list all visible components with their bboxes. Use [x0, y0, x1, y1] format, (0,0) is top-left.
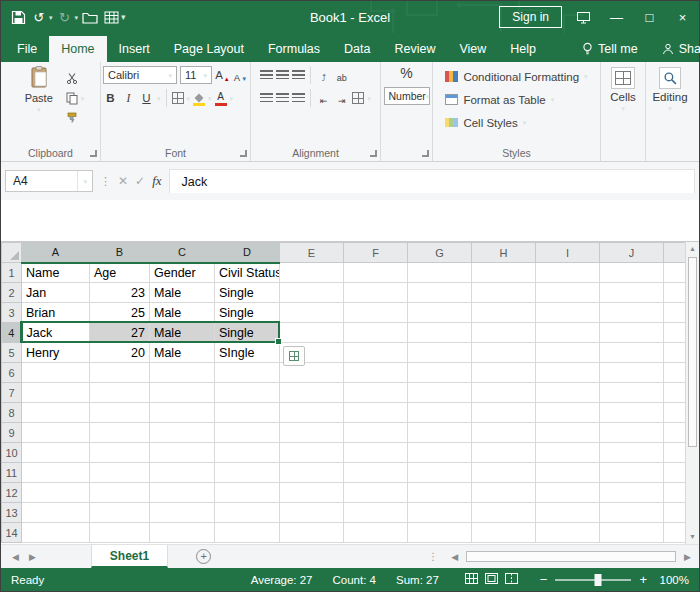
- row-header-8[interactable]: 8: [2, 403, 22, 423]
- copy-button[interactable]: ▾: [66, 91, 85, 105]
- sheet-tab-sheet1[interactable]: Sheet1: [91, 545, 168, 568]
- cell-I14[interactable]: [536, 523, 600, 543]
- cell-D6[interactable]: [215, 363, 280, 383]
- enter-icon[interactable]: ✓: [135, 174, 145, 188]
- formula-bar-expanded-area[interactable]: [1, 200, 699, 242]
- number-format-select[interactable]: Number▾: [384, 87, 430, 105]
- cell-E14[interactable]: [280, 523, 344, 543]
- row-header-14[interactable]: 14: [2, 523, 22, 543]
- cell-C4[interactable]: Male: [150, 323, 215, 343]
- paste-button[interactable]: Paste ▾: [17, 66, 61, 144]
- cell-H8[interactable]: [472, 403, 536, 423]
- tab-review[interactable]: Review: [382, 36, 447, 62]
- cell-H13[interactable]: [472, 503, 536, 523]
- cell-I1[interactable]: [536, 263, 600, 283]
- alignment-dialog-launcher-icon[interactable]: [370, 150, 377, 157]
- align-center-icon[interactable]: [276, 93, 289, 103]
- cell-B12[interactable]: [90, 483, 150, 503]
- maximize-button[interactable]: □: [633, 1, 666, 33]
- row-header-2[interactable]: 2: [2, 283, 22, 303]
- conditional-formatting-button[interactable]: Conditional Formatting ▾: [441, 66, 591, 87]
- cell-H7[interactable]: [472, 383, 536, 403]
- cell-F14[interactable]: [344, 523, 408, 543]
- cell-I7[interactable]: [536, 383, 600, 403]
- cell-J1[interactable]: [600, 263, 664, 283]
- cell-A8[interactable]: [22, 403, 90, 423]
- undo-button[interactable]: ↺: [30, 7, 48, 27]
- cell-G2[interactable]: [408, 283, 472, 303]
- cancel-icon[interactable]: ✕: [118, 174, 128, 188]
- cell-C10[interactable]: [150, 443, 215, 463]
- cell-E3[interactable]: [280, 303, 344, 323]
- cell-D14[interactable]: [215, 523, 280, 543]
- name-box[interactable]: A4 ▾: [5, 170, 93, 192]
- row-header-1[interactable]: 1: [2, 263, 22, 283]
- cell-J3[interactable]: [600, 303, 664, 323]
- merge-center-icon[interactable]: [352, 92, 364, 104]
- fill-color-button[interactable]: [193, 90, 205, 106]
- cell-J4[interactable]: [600, 323, 664, 343]
- cell-D13[interactable]: [215, 503, 280, 523]
- cell-J5[interactable]: [600, 343, 664, 363]
- cell-C8[interactable]: [150, 403, 215, 423]
- cell-H2[interactable]: [472, 283, 536, 303]
- share-button[interactable]: Share: [650, 36, 700, 62]
- qat-customize-button[interactable]: ▾: [121, 13, 126, 22]
- cell-D4[interactable]: Single: [215, 323, 280, 343]
- cell-D7[interactable]: [215, 383, 280, 403]
- quick-analysis-button[interactable]: [283, 346, 305, 366]
- cell-J2[interactable]: [600, 283, 664, 303]
- cell-C2[interactable]: Male: [150, 283, 215, 303]
- orientation-button[interactable]: ⤴: [316, 67, 331, 83]
- vertical-scrollbar[interactable]: ▲ ▼: [685, 242, 699, 544]
- row-header-10[interactable]: 10: [2, 443, 22, 463]
- sheet-next-button[interactable]: ▶: [24, 552, 41, 562]
- align-middle-icon[interactable]: [276, 70, 289, 80]
- column-header-E[interactable]: E: [280, 243, 344, 263]
- merge-caret-icon[interactable]: ▾: [367, 95, 371, 102]
- ribbon-display-options-icon[interactable]: [574, 7, 592, 27]
- cell-D2[interactable]: Single: [215, 283, 280, 303]
- cell-D9[interactable]: [215, 423, 280, 443]
- table-icon[interactable]: [102, 7, 120, 27]
- row-header-5[interactable]: 5: [2, 343, 22, 363]
- format-as-table-button[interactable]: Format as Table ▾: [441, 89, 558, 110]
- zoom-level[interactable]: 100%: [655, 574, 689, 586]
- cell-B14[interactable]: [90, 523, 150, 543]
- name-box-caret-icon[interactable]: ▾: [77, 171, 92, 191]
- column-header-I[interactable]: I: [536, 243, 600, 263]
- cell-I13[interactable]: [536, 503, 600, 523]
- close-button[interactable]: ×: [666, 1, 699, 33]
- underline-caret-icon[interactable]: ▾: [157, 95, 161, 102]
- font-name-select[interactable]: Calibri▾: [103, 66, 177, 84]
- font-color-caret-icon[interactable]: ▾: [230, 95, 234, 102]
- increase-indent-icon[interactable]: ⇥: [334, 90, 349, 106]
- page-break-view-icon[interactable]: [505, 573, 518, 586]
- zoom-slider[interactable]: [555, 579, 631, 581]
- status-sum[interactable]: Sum: 27: [396, 574, 439, 586]
- cell-F8[interactable]: [344, 403, 408, 423]
- row-header-11[interactable]: 11: [2, 463, 22, 483]
- decrease-font-size-button[interactable]: A▼: [233, 67, 248, 83]
- cell-J10[interactable]: [600, 443, 664, 463]
- redo-button[interactable]: ↻: [56, 7, 74, 27]
- cell-I12[interactable]: [536, 483, 600, 503]
- cell-C13[interactable]: [150, 503, 215, 523]
- cell-B9[interactable]: [90, 423, 150, 443]
- cell-E1[interactable]: [280, 263, 344, 283]
- cell-H10[interactable]: [472, 443, 536, 463]
- scroll-down-icon[interactable]: ▼: [686, 530, 699, 544]
- cell-G9[interactable]: [408, 423, 472, 443]
- cell-J14[interactable]: [600, 523, 664, 543]
- cell-D5[interactable]: SIngle: [215, 343, 280, 363]
- status-average[interactable]: Average: 27: [251, 574, 313, 586]
- cell-H1[interactable]: [472, 263, 536, 283]
- cell-A13[interactable]: [22, 503, 90, 523]
- row-header-13[interactable]: 13: [2, 503, 22, 523]
- cell-F4[interactable]: [344, 323, 408, 343]
- column-header-J[interactable]: J: [600, 243, 664, 263]
- cell-G13[interactable]: [408, 503, 472, 523]
- cell-H9[interactable]: [472, 423, 536, 443]
- cell-B11[interactable]: [90, 463, 150, 483]
- cell-G5[interactable]: [408, 343, 472, 363]
